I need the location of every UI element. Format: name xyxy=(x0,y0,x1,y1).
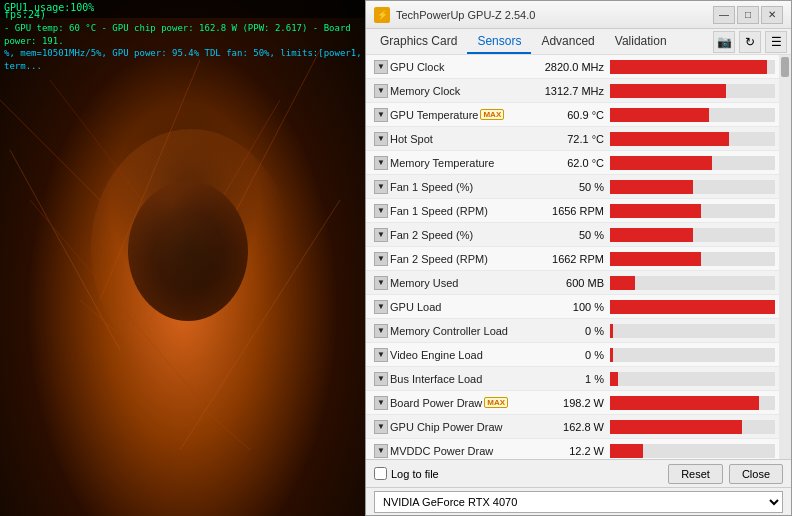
sensor-dropdown-btn[interactable]: ▼ xyxy=(374,444,388,458)
sensor-bar-container xyxy=(610,276,775,290)
app-icon: ⚡ xyxy=(374,7,390,23)
sensor-name-label: ▼GPU Clock xyxy=(370,60,525,74)
sensor-bar xyxy=(610,396,759,410)
sensor-dropdown-btn[interactable]: ▼ xyxy=(374,324,388,338)
sensor-name-label: ▼Video Engine Load xyxy=(370,348,525,362)
background-panel: GPU1 usage:100% fps:24) - GPU temp: 60 °… xyxy=(0,0,365,516)
sensor-dropdown-btn[interactable]: ▼ xyxy=(374,180,388,194)
sensor-badge: MAX xyxy=(480,109,504,120)
sensor-bar xyxy=(610,324,613,338)
sensor-bar-container xyxy=(610,444,775,458)
sensor-bar-container xyxy=(610,348,775,362)
scrollbar[interactable] xyxy=(779,55,791,459)
sensor-bar-container xyxy=(610,204,775,218)
sensor-bar xyxy=(610,156,712,170)
sensor-dropdown-btn[interactable]: ▼ xyxy=(374,420,388,434)
sensor-name-label: ▼GPU Chip Power Draw xyxy=(370,420,525,434)
sensor-value: 100 % xyxy=(525,301,610,313)
sensor-bar xyxy=(610,132,729,146)
close-button[interactable]: Close xyxy=(729,464,783,484)
sensor-name-label: ▼Board Power DrawMAX xyxy=(370,396,525,410)
sensor-dropdown-btn[interactable]: ▼ xyxy=(374,132,388,146)
sensor-value: 12.2 W xyxy=(525,445,610,457)
sensor-name-label: ▼Fan 1 Speed (%) xyxy=(370,180,525,194)
sensor-bar xyxy=(610,420,742,434)
sensor-value: 198.2 W xyxy=(525,397,610,409)
menu-icon[interactable]: ☰ xyxy=(765,31,787,53)
sensor-row: ▼GPU Clock2820.0 MHz xyxy=(366,55,779,79)
tab-validation[interactable]: Validation xyxy=(605,30,677,54)
sensor-bar-container xyxy=(610,60,775,74)
sensor-dropdown-btn[interactable]: ▼ xyxy=(374,84,388,98)
sensor-badge: MAX xyxy=(484,397,508,408)
refresh-icon[interactable]: ↻ xyxy=(739,31,761,53)
sensor-name-label: ▼Memory Used xyxy=(370,276,525,290)
sensor-name-label: ▼Memory Controller Load xyxy=(370,324,525,338)
svg-line-0 xyxy=(0,100,100,200)
sensor-row: ▼Video Engine Load0 % xyxy=(366,343,779,367)
sensor-dropdown-btn[interactable]: ▼ xyxy=(374,252,388,266)
sensor-dropdown-btn[interactable]: ▼ xyxy=(374,204,388,218)
sensor-value: 62.0 °C xyxy=(525,157,610,169)
tab-sensors[interactable]: Sensors xyxy=(467,30,531,54)
sensor-dropdown-btn[interactable]: ▼ xyxy=(374,348,388,362)
tab-advanced[interactable]: Advanced xyxy=(531,30,604,54)
tab-graphics-card[interactable]: Graphics Card xyxy=(370,30,467,54)
sensor-dropdown-btn[interactable]: ▼ xyxy=(374,156,388,170)
sensor-name-label: ▼GPU Load xyxy=(370,300,525,314)
sensor-dropdown-btn[interactable]: ▼ xyxy=(374,396,388,410)
sensor-value: 0 % xyxy=(525,349,610,361)
sensor-row: ▼Memory Used600 MB xyxy=(366,271,779,295)
maximize-button[interactable]: □ xyxy=(737,6,759,24)
reset-button[interactable]: Reset xyxy=(668,464,723,484)
window-controls: — □ ✕ xyxy=(713,6,783,24)
sensor-name-label: ▼Memory Clock xyxy=(370,84,525,98)
sensor-dropdown-btn[interactable]: ▼ xyxy=(374,300,388,314)
sensor-bar xyxy=(610,300,775,314)
sensor-row: ▼GPU Load100 % xyxy=(366,295,779,319)
sensor-row: ▼MVDDC Power Draw12.2 W xyxy=(366,439,779,459)
sensor-row: ▼Memory Controller Load0 % xyxy=(366,319,779,343)
close-window-button[interactable]: ✕ xyxy=(761,6,783,24)
sensor-row: ▼GPU TemperatureMAX60.9 °C xyxy=(366,103,779,127)
sensor-value: 2820.0 MHz xyxy=(525,61,610,73)
tab-bar: Graphics Card Sensors Advanced Validatio… xyxy=(366,29,791,55)
sensor-dropdown-btn[interactable]: ▼ xyxy=(374,372,388,386)
sensor-value: 0 % xyxy=(525,325,610,337)
log-checkbox[interactable] xyxy=(374,467,387,480)
sensor-bar xyxy=(610,252,701,266)
sensor-bar xyxy=(610,276,635,290)
footer-bar: NVIDIA GeForce RTX 4070 xyxy=(366,487,791,515)
sensor-bar-container xyxy=(610,324,775,338)
sensor-dropdown-btn[interactable]: ▼ xyxy=(374,276,388,290)
sensor-row: ▼Fan 1 Speed (RPM)1656 RPM xyxy=(366,199,779,223)
sensors-list: ▼GPU Clock2820.0 MHz▼Memory Clock1312.7 … xyxy=(366,55,779,459)
sensor-row: ▼Hot Spot72.1 °C xyxy=(366,127,779,151)
sensor-bar-container xyxy=(610,300,775,314)
sensor-bar-container xyxy=(610,228,775,242)
sensor-row: ▼Fan 2 Speed (RPM)1662 RPM xyxy=(366,247,779,271)
sensor-row: ▼Memory Clock1312.7 MHz xyxy=(366,79,779,103)
sensor-bar-container xyxy=(610,84,775,98)
toolbar-icons: 📷 ↻ ☰ xyxy=(713,31,787,53)
sensor-row: ▼Fan 2 Speed (%)50 % xyxy=(366,223,779,247)
sensor-value: 60.9 °C xyxy=(525,109,610,121)
sensor-dropdown-btn[interactable]: ▼ xyxy=(374,108,388,122)
sensor-name-label: ▼Bus Interface Load xyxy=(370,372,525,386)
sensor-value: 1656 RPM xyxy=(525,205,610,217)
sensor-dropdown-btn[interactable]: ▼ xyxy=(374,228,388,242)
bottom-controls: Log to file Reset Close xyxy=(366,459,791,487)
sensor-dropdown-btn[interactable]: ▼ xyxy=(374,60,388,74)
sensor-bar xyxy=(610,108,709,122)
minimize-button[interactable]: — xyxy=(713,6,735,24)
gpu-select[interactable]: NVIDIA GeForce RTX 4070 xyxy=(374,491,783,513)
sensor-bar-container xyxy=(610,372,775,386)
sensor-name-label: ▼GPU TemperatureMAX xyxy=(370,108,525,122)
sensor-bar xyxy=(610,228,693,242)
sensor-bar xyxy=(610,180,693,194)
camera-icon[interactable]: 📷 xyxy=(713,31,735,53)
sensor-bar xyxy=(610,204,701,218)
sensor-value: 1 % xyxy=(525,373,610,385)
sensor-name-label: ▼Memory Temperature xyxy=(370,156,525,170)
log-checkbox-label[interactable]: Log to file xyxy=(374,467,439,480)
